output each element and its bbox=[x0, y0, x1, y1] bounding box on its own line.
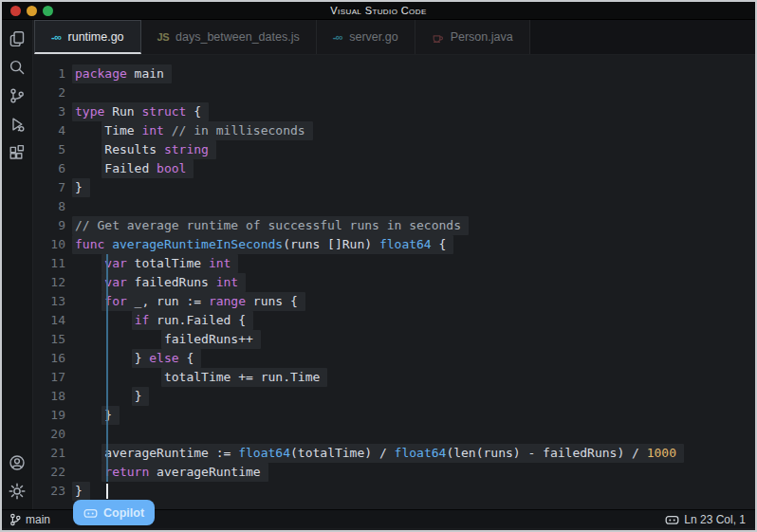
copilot-button[interactable]: Copilot bbox=[73, 500, 155, 525]
code-line[interactable]: 19 } bbox=[34, 406, 755, 425]
tab-person-java[interactable]: Person.java bbox=[415, 20, 530, 54]
tab-days-between-dates-js[interactable]: JS days_between_dates.js bbox=[141, 20, 317, 54]
line-number: 1 bbox=[34, 64, 73, 83]
line-number: 16 bbox=[34, 349, 73, 368]
code-text: Time int // in milliseconds bbox=[75, 121, 313, 140]
code-line[interactable]: 17 totalTime += run.Time bbox=[34, 368, 755, 387]
window-controls bbox=[10, 6, 53, 16]
explorer-icon[interactable] bbox=[4, 25, 30, 53]
line-number: 12 bbox=[34, 273, 73, 292]
code-text: } bbox=[75, 178, 90, 197]
run-debug-icon[interactable] bbox=[4, 110, 30, 138]
go-icon: -∞ bbox=[333, 31, 343, 43]
go-icon: -∞ bbox=[51, 31, 62, 43]
code-line[interactable]: 20 bbox=[34, 425, 755, 444]
code-line[interactable]: 6 Failed bool bbox=[34, 159, 755, 178]
line-number: 9 bbox=[34, 216, 73, 235]
code-line[interactable]: 14 if run.Failed { bbox=[34, 311, 755, 330]
tab-runtime-go[interactable]: -∞ runtime.go bbox=[34, 20, 141, 54]
code-line[interactable]: 9// Get average runtime of successful ru… bbox=[34, 216, 755, 235]
activity-bar bbox=[2, 20, 33, 509]
settings-gear-icon[interactable] bbox=[4, 477, 30, 505]
code-line[interactable]: 3type Run struct { bbox=[34, 102, 755, 121]
code-line[interactable]: 15 failedRuns++ bbox=[34, 330, 755, 349]
code-text: for _, run := range runs { bbox=[75, 292, 305, 311]
close-window-icon[interactable] bbox=[10, 6, 21, 16]
text-cursor bbox=[106, 484, 108, 499]
extensions-icon[interactable] bbox=[4, 138, 30, 167]
code-text: averageRuntime := float64(totalTime) / f… bbox=[75, 444, 684, 463]
tab-label: server.go bbox=[349, 30, 397, 44]
code-line[interactable]: 4 Time int // in milliseconds bbox=[34, 121, 755, 140]
line-number: 11 bbox=[34, 254, 73, 273]
vscode-window: Visual Studio Code bbox=[0, 0, 757, 532]
code-line[interactable]: 2 bbox=[34, 83, 755, 102]
bracket-indent-guide bbox=[106, 254, 108, 482]
line-number: 5 bbox=[34, 140, 73, 159]
code-line[interactable]: 5 Results string bbox=[34, 140, 755, 159]
search-icon[interactable] bbox=[4, 53, 30, 82]
line-number: 20 bbox=[34, 425, 73, 444]
tab-label: runtime.go bbox=[68, 30, 124, 44]
code-text: } bbox=[75, 387, 149, 406]
line-number: 19 bbox=[34, 406, 73, 425]
java-icon bbox=[432, 31, 444, 44]
code-text: totalTime += run.Time bbox=[75, 368, 327, 387]
minimize-window-icon[interactable] bbox=[27, 6, 37, 16]
cursor-position[interactable]: Ln 23 Col, 1 bbox=[684, 513, 746, 526]
line-number: 23 bbox=[34, 482, 73, 501]
branch-indicator[interactable]: main bbox=[9, 513, 50, 526]
editor-pane[interactable]: 1package main23type Run struct {4 Time i… bbox=[34, 55, 755, 509]
line-number: 3 bbox=[34, 102, 73, 121]
code-lines: 1package main23type Run struct {4 Time i… bbox=[34, 64, 755, 501]
tab-label: days_between_dates.js bbox=[175, 30, 300, 44]
code-line[interactable]: 7} bbox=[34, 178, 755, 197]
code-line[interactable]: 23} bbox=[34, 482, 755, 501]
code-line[interactable]: 11 var totalTime int bbox=[34, 254, 755, 273]
line-number: 17 bbox=[34, 368, 73, 387]
code-text: } bbox=[75, 482, 90, 501]
code-text: Results string bbox=[75, 140, 216, 159]
account-icon[interactable] bbox=[4, 449, 30, 477]
code-text: } else { bbox=[75, 349, 201, 368]
line-number: 2 bbox=[34, 83, 73, 102]
source-control-icon[interactable] bbox=[4, 82, 30, 110]
code-line[interactable]: 8 bbox=[34, 197, 755, 216]
javascript-icon: JS bbox=[157, 31, 169, 43]
code-text: return averageRuntime bbox=[75, 463, 268, 482]
code-line[interactable]: 13 for _, run := range runs { bbox=[34, 292, 755, 311]
tab-server-go[interactable]: -∞ server.go bbox=[317, 20, 415, 54]
code-text: Failed bool bbox=[75, 159, 194, 178]
code-text: func averageRuntimeInSeconds(runs []Run)… bbox=[75, 235, 453, 254]
code-line[interactable]: 18 } bbox=[34, 387, 755, 406]
code-line[interactable]: 21 averageRuntime := float64(totalTime) … bbox=[34, 444, 755, 463]
code-line[interactable]: 10func averageRuntimeInSeconds(runs []Ru… bbox=[34, 235, 755, 254]
code-text: type Run struct { bbox=[75, 102, 209, 121]
code-text: var totalTime int bbox=[75, 254, 238, 273]
code-text: package main bbox=[75, 64, 172, 83]
line-number: 6 bbox=[34, 159, 73, 178]
tab-label: Person.java bbox=[451, 30, 513, 44]
tab-bar: -∞ runtime.go JS days_between_dates.js -… bbox=[34, 20, 755, 55]
line-number: 22 bbox=[34, 463, 73, 482]
code-text: var failedRuns int bbox=[75, 273, 246, 292]
line-number: 8 bbox=[34, 197, 73, 216]
code-text: if run.Failed { bbox=[75, 311, 253, 330]
code-line[interactable]: 12 var failedRuns int bbox=[34, 273, 755, 292]
code-text: // Get average runtime of successful run… bbox=[75, 216, 469, 235]
line-number: 4 bbox=[34, 121, 73, 140]
code-line[interactable]: 1package main bbox=[34, 64, 755, 83]
code-text: failedRuns++ bbox=[75, 330, 261, 349]
copilot-status-icon[interactable] bbox=[665, 514, 679, 525]
window-title: Visual Studio Code bbox=[330, 5, 426, 16]
branch-name: main bbox=[26, 513, 50, 526]
maximize-window-icon[interactable] bbox=[43, 6, 53, 16]
line-number: 15 bbox=[34, 330, 73, 349]
code-line[interactable]: 22 return averageRuntime bbox=[34, 463, 755, 482]
code-text: } bbox=[75, 406, 120, 425]
line-number: 14 bbox=[34, 311, 73, 330]
line-number: 18 bbox=[34, 387, 73, 406]
git-branch-icon bbox=[9, 513, 21, 526]
copilot-robot-icon bbox=[83, 507, 98, 519]
code-line[interactable]: 16 } else { bbox=[34, 349, 755, 368]
